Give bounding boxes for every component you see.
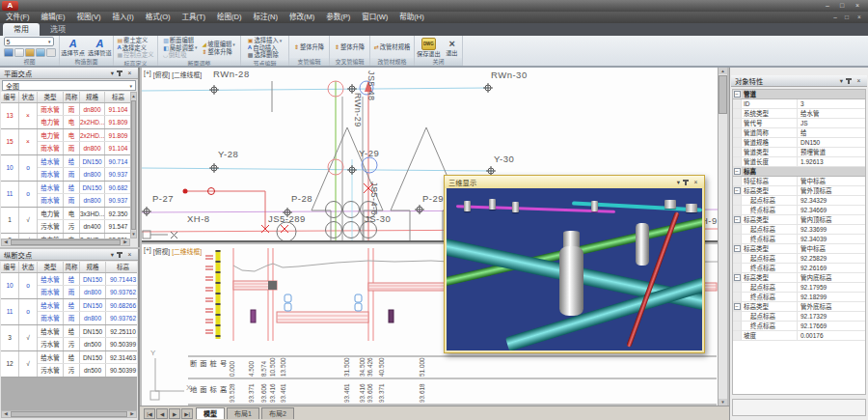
pin-icon[interactable]: [119, 70, 121, 76]
menu-item-0[interactable]: 文件(F): [0, 12, 36, 23]
vertical-scrollbar[interactable]: ▲ ▼: [130, 92, 137, 238]
property-value[interactable]: 92.34039: [798, 235, 865, 243]
horizontal-scrollbar[interactable]: ◀ ▶: [1, 410, 137, 418]
layout-tab-2[interactable]: 布局2: [261, 407, 294, 419]
property-section[interactable]: −标高: [733, 167, 865, 177]
property-row[interactable]: 管代号JS: [733, 119, 865, 128]
table-row-group[interactable]: 1√电力管电3x3HD...92.350污水管污dn40091.547: [1, 208, 130, 234]
scroll-thumb[interactable]: [719, 75, 727, 114]
viewport-label[interactable]: [+] [俯视] [二维线框]: [144, 70, 202, 79]
table-row[interactable]: 电力管电2x2HD...91.809: [38, 129, 130, 142]
menu-item-10[interactable]: 窗口(W): [356, 12, 393, 23]
scroll-up-icon[interactable]: ▲: [131, 93, 136, 99]
table-row[interactable]: 雨水管雨dn80090.93762: [38, 312, 137, 324]
panel-menu-icon[interactable]: ▾: [674, 177, 683, 187]
menu-item-11[interactable]: 帮助(H): [393, 12, 429, 23]
ribbon-button-select-delete[interactable]: ▩选择删除: [247, 51, 283, 59]
pin-icon[interactable]: [848, 78, 850, 84]
table-row[interactable]: 给水管给DN15090.71443: [38, 273, 137, 286]
collapse-icon[interactable]: −: [734, 91, 741, 98]
ribbon-button-inverted-siphon[interactable]: ◡倒虹吸: [162, 51, 198, 59]
ribbon-button-change-material[interactable]: ⇄改管材规格: [373, 43, 412, 51]
column-header-3[interactable]: 简称: [64, 262, 80, 272]
property-value[interactable]: 92.18299: [798, 293, 865, 301]
table-row-group[interactable]: 13×雨水管雨dn80091.104电力管电2x2HD...91.809: [1, 103, 130, 129]
menu-item-3[interactable]: 插入(I): [107, 12, 140, 23]
view-tool-icon-0[interactable]: [4, 48, 14, 57]
scroll-down-icon[interactable]: ▼: [131, 231, 136, 238]
panel-menu-icon[interactable]: ▾: [108, 249, 117, 260]
table-row[interactable]: 给水管给DN15090.714: [38, 155, 130, 168]
property-row[interactable]: 起点标高92.25829: [733, 254, 865, 264]
property-row[interactable]: 管道简称给: [733, 128, 865, 138]
ribbon-button-save-exit[interactable]: DWG保存退出: [417, 37, 441, 57]
property-row[interactable]: 终点标高92.26169: [733, 264, 865, 273]
property-row[interactable]: 特征标高管中标高: [733, 177, 865, 186]
table-row-group[interactable]: 3√给水管给DN15092.25110污水管污dn50090.50399: [1, 325, 137, 351]
column-header-0[interactable]: 编号: [1, 262, 19, 272]
table-row-group[interactable]: 11o给水管给DN15090.682雨水管雨dn80090.937: [1, 182, 130, 208]
property-value[interactable]: JS: [798, 119, 865, 127]
property-value[interactable]: 92.17669: [798, 322, 865, 330]
column-header-2[interactable]: 类型: [38, 92, 64, 102]
viewer3d-window[interactable]: 三维显示 ▾ ×: [444, 175, 705, 353]
menu-item-6[interactable]: 绘图(D): [211, 12, 247, 23]
collapse-icon[interactable]: −: [734, 168, 741, 175]
property-row[interactable]: 起点标高92.34329: [733, 196, 865, 206]
pin-icon[interactable]: [119, 252, 121, 258]
table-row[interactable]: 雨水管雨dn80090.937: [38, 168, 130, 181]
table-row[interactable]: 电力管电2x2HD...91.809: [38, 116, 130, 128]
property-value[interactable]: 1.92613: [798, 157, 865, 166]
menu-item-5[interactable]: 工具(T): [176, 12, 212, 23]
property-value[interactable]: 管内底标高: [798, 273, 865, 282]
view-tool-icon-3[interactable]: [36, 48, 45, 57]
column-header-2[interactable]: 类型: [38, 262, 64, 272]
table-row-group[interactable]: 11o给水管给DN15090.68266雨水管雨dn80090.93762: [1, 299, 137, 325]
viewport-style[interactable]: [二维线框]: [172, 70, 202, 79]
table-row[interactable]: 给水管给DN15092.31463: [38, 351, 137, 364]
menu-item-9[interactable]: 参数(P): [320, 12, 356, 23]
property-value[interactable]: 给: [798, 128, 865, 137]
table-row[interactable]: 给水管给DN15092.25110: [38, 325, 137, 338]
table-row[interactable]: 雨水管雨dn80091.104: [38, 142, 130, 154]
table-row[interactable]: 污水管污dn50090.50399: [38, 338, 137, 350]
ribbon-button-select-node[interactable]: A选择节点: [61, 37, 85, 57]
property-row[interactable]: −标高类型管中标高: [733, 244, 865, 254]
property-row[interactable]: 起点标高92.17329: [733, 312, 865, 322]
property-value[interactable]: 给水管: [798, 109, 865, 118]
ribbon-button-branch-raise[interactable]: ⇕整体升降: [293, 43, 325, 51]
property-row[interactable]: 管道规格DN150: [733, 138, 865, 148]
property-row[interactable]: 终点标高92.34039: [733, 235, 865, 244]
menu-item-1[interactable]: 编辑(E): [36, 12, 71, 23]
scroll-left-icon[interactable]: ◀: [2, 411, 10, 417]
drawing-vertical-scrollbar[interactable]: ▲ ▼: [718, 68, 727, 406]
viewport-view[interactable]: [俯视]: [153, 246, 170, 256]
scope-filter-select[interactable]: 全图 ▾: [2, 80, 136, 91]
property-section[interactable]: −管道: [733, 90, 865, 99]
property-row[interactable]: −标高类型管外底标高: [733, 302, 865, 312]
scroll-up-icon[interactable]: ▲: [719, 68, 727, 74]
panel-close-icon[interactable]: ×: [125, 68, 134, 78]
property-value[interactable]: 0.00176: [798, 331, 865, 340]
property-row[interactable]: 管道类型预埋管道: [733, 148, 865, 157]
column-header-3[interactable]: 简称: [64, 92, 80, 102]
menu-item-2[interactable]: 视图(V): [71, 12, 107, 23]
scroll-thumb[interactable]: [131, 100, 136, 230]
menu-item-8[interactable]: 修改(M): [284, 12, 320, 23]
table-row[interactable]: 雨水管雨dn80090.937: [38, 194, 130, 207]
property-value[interactable]: 管内顶标高: [798, 215, 865, 224]
doc-restore-button[interactable]: □: [841, 13, 853, 22]
property-value[interactable]: 管中标高: [798, 244, 865, 253]
menu-item-4[interactable]: 格式(O): [140, 12, 176, 23]
column-header-5[interactable]: 标高: [106, 262, 137, 272]
property-value[interactable]: DN150: [798, 138, 865, 147]
column-header-5[interactable]: 标高: [105, 92, 130, 102]
collapse-icon[interactable]: −: [734, 303, 741, 310]
scroll-thumb[interactable]: [11, 411, 127, 417]
view-tool-icon-1[interactable]: [14, 48, 24, 57]
ribbon-button-control-point-define[interactable]: ▦控制点定义: [116, 51, 154, 59]
property-value[interactable]: 3: [798, 99, 865, 108]
viewport-plus[interactable]: [+]: [144, 70, 151, 79]
property-row[interactable]: ID3: [733, 99, 865, 109]
property-row[interactable]: −标高类型管内顶标高: [733, 215, 865, 225]
